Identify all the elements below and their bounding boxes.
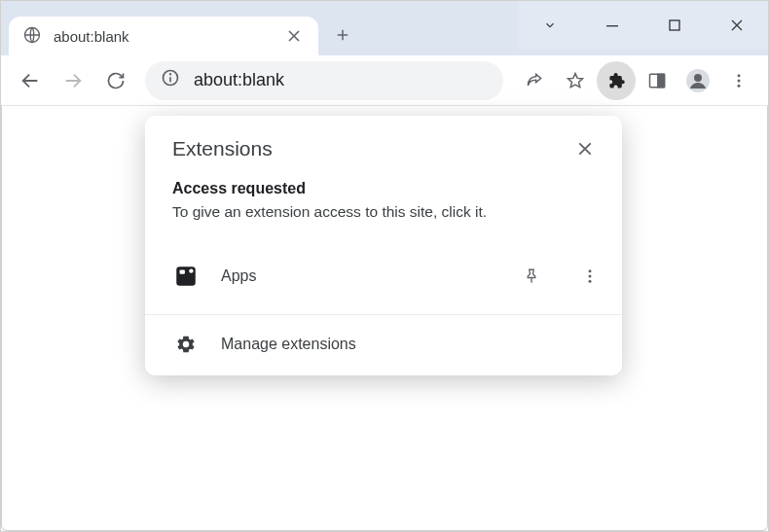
tab-close-button[interactable] [283, 25, 305, 47]
window-controls [519, 1, 768, 50]
window-close-button[interactable] [706, 1, 768, 50]
extension-more-button[interactable] [571, 258, 608, 295]
svg-rect-14 [180, 270, 185, 274]
extension-row-apps[interactable]: Apps [145, 242, 622, 310]
pin-button[interactable] [513, 258, 550, 295]
section-body: To give an extension access to this site… [172, 203, 595, 221]
svg-rect-1 [670, 20, 679, 30]
section-heading: Access requested [172, 180, 595, 197]
site-info-icon[interactable] [161, 68, 180, 92]
popup-close-button[interactable] [571, 135, 599, 162]
toolbar: about:blank [1, 55, 768, 106]
gear-icon [172, 331, 200, 358]
dropdown-caret-icon[interactable] [519, 1, 581, 50]
apps-extension-icon [172, 263, 200, 290]
extensions-button[interactable] [597, 61, 636, 100]
svg-rect-7 [658, 74, 665, 87]
share-button[interactable] [515, 61, 554, 100]
extensions-popup: Extensions Access requested To give an e… [145, 116, 622, 375]
svg-point-18 [589, 280, 592, 283]
profile-button[interactable] [678, 61, 717, 100]
svg-rect-0 [606, 25, 618, 26]
browser-tab[interactable]: about:blank [9, 17, 318, 55]
svg-point-16 [589, 269, 592, 272]
new-tab-button[interactable] [324, 17, 361, 53]
popup-title: Extensions [172, 137, 273, 160]
svg-point-17 [589, 275, 592, 278]
address-text: about:blank [194, 70, 284, 90]
forward-button[interactable] [54, 61, 92, 100]
svg-point-15 [189, 268, 193, 272]
bookmark-button[interactable] [556, 61, 595, 100]
svg-point-9 [694, 74, 702, 82]
svg-point-11 [738, 79, 741, 82]
svg-point-12 [738, 84, 741, 87]
side-panel-button[interactable] [638, 61, 677, 100]
minimize-button[interactable] [581, 1, 643, 50]
maximize-button[interactable] [643, 1, 706, 50]
reload-button[interactable] [96, 61, 135, 100]
back-button[interactable] [11, 61, 50, 100]
tab-title: about:blank [54, 28, 129, 45]
globe-icon [22, 25, 42, 48]
manage-extensions-row[interactable]: Manage extensions [145, 314, 622, 375]
menu-button[interactable] [719, 61, 758, 100]
svg-point-5 [170, 74, 171, 75]
manage-extensions-label: Manage extensions [221, 336, 608, 353]
extension-label: Apps [221, 267, 492, 285]
address-bar[interactable]: about:blank [145, 61, 503, 100]
access-requested-section: Access requested To give an extension ac… [145, 180, 622, 242]
svg-point-10 [738, 74, 741, 77]
